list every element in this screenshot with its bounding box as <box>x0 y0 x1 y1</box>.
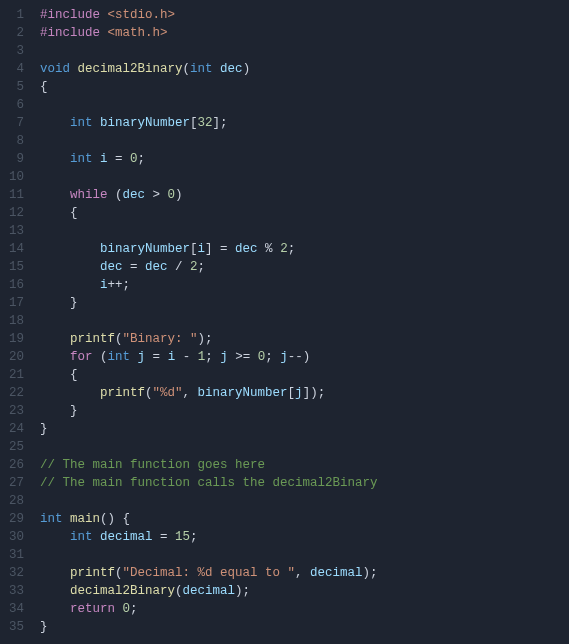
token-op <box>40 602 70 616</box>
token-var: dec <box>100 260 123 274</box>
line-number: 13 <box>0 222 24 240</box>
token-op: = <box>213 242 236 256</box>
token-comment: // The main function goes here <box>40 458 265 472</box>
code-line[interactable]: int binaryNumber[32]; <box>40 114 378 132</box>
code-line[interactable] <box>40 438 378 456</box>
code-line[interactable]: #include <stdio.h> <box>40 6 378 24</box>
code-line[interactable]: { <box>40 78 378 96</box>
token-punc: } <box>40 422 48 436</box>
token-include-path: <stdio.h> <box>108 8 176 22</box>
code-line[interactable]: } <box>40 402 378 420</box>
line-number: 7 <box>0 114 24 132</box>
code-line[interactable]: printf("Binary: "); <box>40 330 378 348</box>
code-line[interactable]: #include <math.h> <box>40 24 378 42</box>
token-var: j <box>295 386 303 400</box>
token-preproc: #include <box>40 26 100 40</box>
token-op: = <box>153 530 176 544</box>
code-line[interactable]: int i = 0; <box>40 150 378 168</box>
code-line[interactable] <box>40 222 378 240</box>
line-number: 23 <box>0 402 24 420</box>
token-var: i <box>168 350 176 364</box>
token-punc: ( <box>145 386 153 400</box>
code-line[interactable]: int main() { <box>40 510 378 528</box>
token-func: printf <box>70 332 115 346</box>
code-line[interactable]: } <box>40 294 378 312</box>
code-line[interactable] <box>40 492 378 510</box>
token-punc: ] <box>205 242 213 256</box>
code-line[interactable]: // The main function goes here <box>40 456 378 474</box>
code-line[interactable]: void decimal2Binary(int dec) <box>40 60 378 78</box>
token-punc: } <box>40 620 48 634</box>
line-number: 31 <box>0 546 24 564</box>
token-func: printf <box>70 566 115 580</box>
code-line[interactable] <box>40 132 378 150</box>
line-number: 34 <box>0 600 24 618</box>
token-num: 32 <box>198 116 213 130</box>
code-line[interactable]: printf("Decimal: %d equal to ", decimal)… <box>40 564 378 582</box>
token-op <box>40 566 70 580</box>
code-line[interactable]: } <box>40 618 378 636</box>
token-op <box>100 26 108 40</box>
token-control: for <box>70 350 93 364</box>
token-op <box>40 242 100 256</box>
token-punc: ; <box>123 278 131 292</box>
token-type: int <box>70 116 93 130</box>
token-type: int <box>70 152 93 166</box>
code-line[interactable]: decimal2Binary(decimal); <box>40 582 378 600</box>
token-op <box>40 368 70 382</box>
code-line[interactable] <box>40 42 378 60</box>
code-line[interactable] <box>40 312 378 330</box>
code-line[interactable]: { <box>40 204 378 222</box>
code-editor[interactable]: 1234567891011121314151617181920212223242… <box>0 0 569 644</box>
line-number: 18 <box>0 312 24 330</box>
code-content[interactable]: #include <stdio.h>#include <math.h> void… <box>34 0 378 644</box>
code-line[interactable]: } <box>40 420 378 438</box>
code-line[interactable]: return 0; <box>40 600 378 618</box>
token-punc: [ <box>190 242 198 256</box>
token-op <box>93 116 101 130</box>
token-str: "Binary: " <box>123 332 198 346</box>
token-op <box>40 206 70 220</box>
code-line[interactable]: printf("%d", binaryNumber[j]); <box>40 384 378 402</box>
token-preproc: #include <box>40 8 100 22</box>
token-op: = <box>108 152 131 166</box>
token-var: dec <box>145 260 168 274</box>
line-number: 28 <box>0 492 24 510</box>
line-number: 10 <box>0 168 24 186</box>
token-punc: ; <box>265 350 280 364</box>
code-line[interactable]: dec = dec / 2; <box>40 258 378 276</box>
token-var: dec <box>220 62 243 76</box>
token-var: decimal <box>183 584 236 598</box>
token-op <box>108 188 116 202</box>
code-line[interactable]: for (int j = i - 1; j >= 0; j--) <box>40 348 378 366</box>
token-op <box>40 530 70 544</box>
token-punc: ]); <box>303 386 326 400</box>
line-number: 5 <box>0 78 24 96</box>
token-op <box>63 512 71 526</box>
code-line[interactable] <box>40 96 378 114</box>
code-line[interactable]: int decimal = 15; <box>40 528 378 546</box>
token-var: dec <box>123 188 146 202</box>
token-op <box>40 386 100 400</box>
token-op <box>40 404 70 418</box>
token-func: decimal2Binary <box>70 584 175 598</box>
code-line[interactable]: // The main function calls the decimal2B… <box>40 474 378 492</box>
token-punc: { <box>40 80 48 94</box>
token-func: main <box>70 512 100 526</box>
code-line[interactable]: binaryNumber[i] = dec % 2; <box>40 240 378 258</box>
code-line[interactable]: i++; <box>40 276 378 294</box>
token-var: binaryNumber <box>100 242 190 256</box>
token-punc: , <box>295 566 310 580</box>
token-var: decimal <box>100 530 153 544</box>
code-line[interactable]: while (dec > 0) <box>40 186 378 204</box>
token-punc: ( <box>115 188 123 202</box>
token-punc: ]; <box>213 116 228 130</box>
token-punc: { <box>70 368 78 382</box>
token-punc: [ <box>288 386 296 400</box>
code-line[interactable]: { <box>40 366 378 384</box>
code-line[interactable] <box>40 168 378 186</box>
token-op <box>40 350 70 364</box>
code-line[interactable] <box>40 546 378 564</box>
token-var: decimal <box>310 566 363 580</box>
line-number: 12 <box>0 204 24 222</box>
